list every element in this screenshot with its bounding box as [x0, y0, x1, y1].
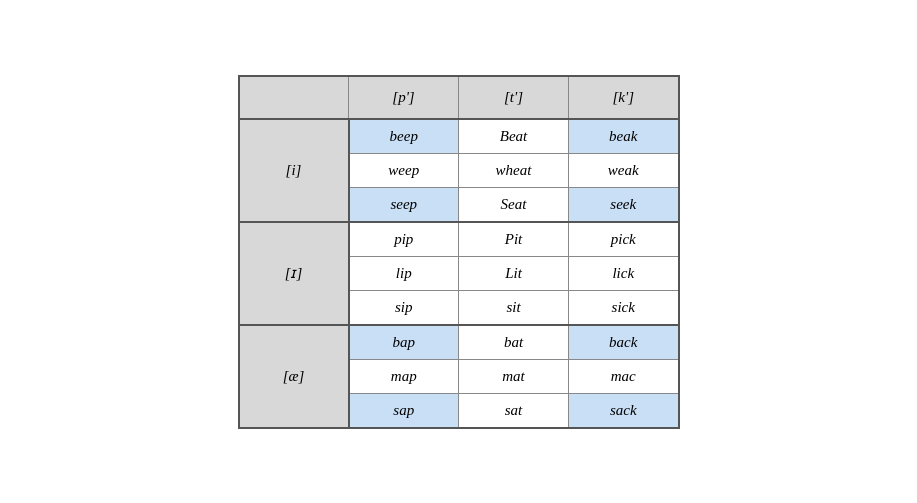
cell-k-1-2: sick — [569, 290, 679, 325]
col-header-t: [t'] — [459, 76, 569, 119]
row-header-2: [æ] — [239, 325, 349, 428]
cell-p-1-0: pip — [349, 222, 459, 257]
cell-k-1-1: lick — [569, 256, 679, 290]
row-header-1: [ɪ] — [239, 222, 349, 325]
cell-t-1-2: sit — [459, 290, 569, 325]
main-table-wrapper: [p'] [t'] [k'] [i]beepBeatbeakweepwheatw… — [238, 75, 680, 429]
cell-k-2-1: mac — [569, 359, 679, 393]
cell-k-0-1: weak — [569, 153, 679, 187]
cell-t-0-2: Seat — [459, 187, 569, 222]
cell-p-2-1: map — [349, 359, 459, 393]
cell-t-2-1: mat — [459, 359, 569, 393]
cell-t-0-1: wheat — [459, 153, 569, 187]
col-header-p: [p'] — [349, 76, 459, 119]
cell-p-1-1: lip — [349, 256, 459, 290]
cell-t-0-0: Beat — [459, 119, 569, 154]
cell-k-0-0: beak — [569, 119, 679, 154]
cell-t-2-0: bat — [459, 325, 569, 360]
cell-t-1-1: Lit — [459, 256, 569, 290]
col-header-k: [k'] — [569, 76, 679, 119]
cell-k-1-0: pick — [569, 222, 679, 257]
cell-p-1-2: sip — [349, 290, 459, 325]
cell-p-0-2: seep — [349, 187, 459, 222]
cell-p-0-1: weep — [349, 153, 459, 187]
cell-p-2-2: sap — [349, 393, 459, 428]
cell-k-2-0: back — [569, 325, 679, 360]
cell-t-1-0: Pit — [459, 222, 569, 257]
cell-k-2-2: sack — [569, 393, 679, 428]
cell-p-2-0: bap — [349, 325, 459, 360]
corner-cell — [239, 76, 349, 119]
cell-t-2-2: sat — [459, 393, 569, 428]
phonology-table: [p'] [t'] [k'] [i]beepBeatbeakweepwheatw… — [238, 75, 680, 429]
header-row: [p'] [t'] [k'] — [239, 76, 679, 119]
cell-k-0-2: seek — [569, 187, 679, 222]
row-header-0: [i] — [239, 119, 349, 222]
cell-p-0-0: beep — [349, 119, 459, 154]
